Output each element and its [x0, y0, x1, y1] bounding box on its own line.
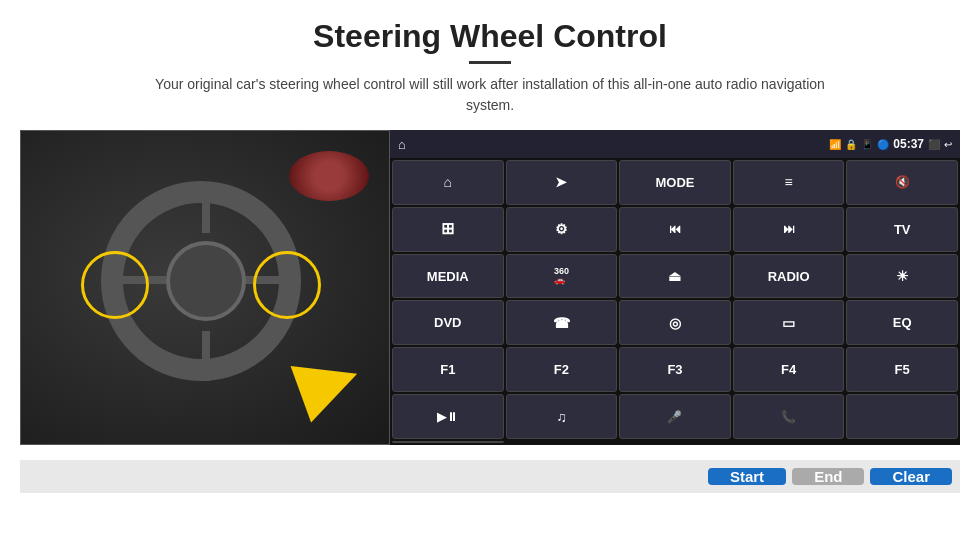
direction-arrow: [299, 354, 359, 414]
btn-call[interactable]: 📞: [733, 394, 845, 439]
btn-playpause[interactable]: ▶⏸: [392, 394, 504, 439]
music-icon: ♫: [556, 410, 567, 424]
next-icon: ⏭: [783, 223, 795, 235]
btn-360[interactable]: 360🚗: [506, 254, 618, 299]
btn-music[interactable]: ♫: [506, 394, 618, 439]
status-bar: ⌂ 📶 🔒 📱 🔵 05:37 ⬛ ↩: [390, 130, 960, 158]
btn-mic[interactable]: 🎤: [619, 394, 731, 439]
btn-list[interactable]: ≡: [733, 160, 845, 205]
360-icon: 360🚗: [554, 267, 569, 285]
btn-empty1: [846, 394, 958, 439]
btn-screen[interactable]: ▭: [733, 300, 845, 345]
apps-icon: ⊞: [441, 221, 454, 237]
arrow-icon: [291, 346, 368, 423]
btn-next[interactable]: ⏭: [733, 207, 845, 252]
content-area: ⌂ 📶 🔒 📱 🔵 05:37 ⬛ ↩ ⌂ ➤ MODE ≡ 🔇: [20, 130, 960, 460]
btn-apps[interactable]: ⊞: [392, 207, 504, 252]
steering-wheel-image: [20, 130, 390, 445]
call-icon: 📞: [781, 411, 796, 423]
btn-home[interactable]: ⌂: [392, 160, 504, 205]
btn-empty2: [392, 441, 504, 443]
page-title: Steering Wheel Control: [313, 18, 667, 55]
btn-radio[interactable]: RADIO: [733, 254, 845, 299]
dvd-label: DVD: [434, 315, 461, 330]
playpause-icon: ▶⏸: [437, 411, 458, 423]
bluetooth-icon: 🔵: [877, 139, 889, 150]
brightness-icon: ☀: [896, 269, 909, 283]
f3-label: F3: [667, 362, 682, 377]
btn-f2[interactable]: F2: [506, 347, 618, 392]
home-icon: ⌂: [444, 175, 452, 189]
wifi-icon: 📶: [829, 139, 841, 150]
android-panel: ⌂ 📶 🔒 📱 🔵 05:37 ⬛ ↩ ⌂ ➤ MODE ≡ 🔇: [390, 130, 960, 445]
btn-mute[interactable]: 🔇: [846, 160, 958, 205]
btn-browser[interactable]: ◎: [619, 300, 731, 345]
screen-icon: ▭: [782, 316, 795, 330]
list-icon: ≡: [785, 175, 793, 189]
f2-label: F2: [554, 362, 569, 377]
btn-f5[interactable]: F5: [846, 347, 958, 392]
eq-label: EQ: [893, 315, 912, 330]
btn-tv[interactable]: TV: [846, 207, 958, 252]
sw-spoke-bottom: [202, 331, 210, 381]
tv-label: TV: [894, 222, 911, 237]
steering-wheel-center: [166, 241, 246, 321]
f4-label: F4: [781, 362, 796, 377]
f1-label: F1: [440, 362, 455, 377]
highlight-right-controls: [253, 251, 321, 319]
f5-label: F5: [895, 362, 910, 377]
sw-spoke-top: [202, 183, 210, 233]
media-label: MEDIA: [427, 269, 469, 284]
btn-media[interactable]: MEDIA: [392, 254, 504, 299]
btn-mode[interactable]: MODE: [619, 160, 731, 205]
phone-icon: ☎: [553, 316, 570, 330]
btn-prev[interactable]: ⏮: [619, 207, 731, 252]
clear-button[interactable]: Clear: [870, 468, 952, 485]
btn-f4[interactable]: F4: [733, 347, 845, 392]
settings-icon: ⚙: [555, 222, 568, 236]
btn-dvd[interactable]: DVD: [392, 300, 504, 345]
btn-eq[interactable]: EQ: [846, 300, 958, 345]
status-time: 05:37: [893, 137, 924, 151]
title-divider: [469, 61, 511, 64]
mute-icon: 🔇: [895, 176, 910, 188]
control-button-grid: ⌂ ➤ MODE ≡ 🔇 ⊞ ⚙ ⏮ ⏭ TV MEDIA 360🚗 ⏏ RAD…: [390, 158, 960, 445]
prev-icon: ⏮: [669, 223, 681, 235]
page-wrapper: Steering Wheel Control Your original car…: [0, 0, 980, 544]
mode-label: MODE: [655, 175, 694, 190]
status-icons: 📶 🔒 📱 🔵 05:37 ⬛ ↩: [829, 137, 952, 151]
end-button[interactable]: End: [792, 468, 864, 485]
eject-icon: ⏏: [668, 269, 681, 283]
highlight-left-controls: [81, 251, 149, 319]
browser-icon: ◎: [669, 316, 681, 330]
btn-f1[interactable]: F1: [392, 347, 504, 392]
nav-icon: ➤: [555, 175, 567, 189]
btn-nav[interactable]: ➤: [506, 160, 618, 205]
radio-label: RADIO: [768, 269, 810, 284]
start-button[interactable]: Start: [708, 468, 786, 485]
sim-icon: 📱: [861, 139, 873, 150]
gauge-decoration: [289, 151, 369, 201]
cast-icon: ⬛: [928, 139, 940, 150]
bottom-action-bar: Start End Clear: [20, 460, 960, 493]
subtitle: Your original car's steering wheel contr…: [140, 74, 840, 116]
btn-eject[interactable]: ⏏: [619, 254, 731, 299]
btn-phone[interactable]: ☎: [506, 300, 618, 345]
lock-icon: 🔒: [845, 139, 857, 150]
mic-icon: 🎤: [667, 411, 682, 423]
home-status-icon: ⌂: [398, 137, 406, 152]
btn-f3[interactable]: F3: [619, 347, 731, 392]
btn-settings[interactable]: ⚙: [506, 207, 618, 252]
btn-brightness[interactable]: ☀: [846, 254, 958, 299]
back-icon: ↩: [944, 139, 952, 150]
